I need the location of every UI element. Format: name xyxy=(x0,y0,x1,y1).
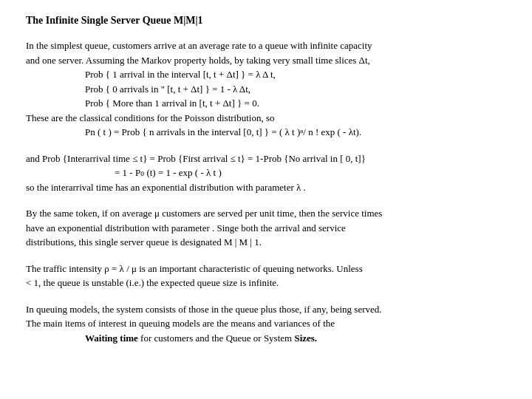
para2-line3: so the interarrival time has an exponent… xyxy=(26,182,306,193)
para5-indent: Waiting time for customers and the Queue… xyxy=(85,331,506,346)
para5-line3-mid: for customers and the Queue or System xyxy=(138,332,295,344)
paragraph-4: The traffic intensity ρ = λ / μ is an im… xyxy=(26,262,506,290)
para1-prob1: Prob { 1 arrival in the interval [t, t +… xyxy=(85,67,506,82)
para3-line1: By the same token, if on average μ custo… xyxy=(26,208,382,219)
title: The Infinite Single Server Queue M|M|1 xyxy=(26,15,506,27)
paragraph-1: In the simplest queue, customers arrive … xyxy=(26,38,506,140)
para4-line1: The traffic intensity ρ = λ / μ is an im… xyxy=(26,263,363,274)
para4-line2: < 1, the queue is unstable (i.e.) the ex… xyxy=(26,277,279,288)
para2-line2: = 1 - P₀ (t) = 1 - exp ( - λ t ) xyxy=(115,166,506,180)
para5-sizes: Sizes. xyxy=(294,332,317,344)
para1-line1: In the simplest queue, customers arrive … xyxy=(26,40,372,51)
para3-line3: distributions, this single server queue … xyxy=(26,236,262,248)
para1-prob3: Prob { More than 1 arrival in [t, t + Δt… xyxy=(85,96,506,111)
para5-line2: The main items of interest in queuing mo… xyxy=(26,318,335,329)
paragraph-5: In queuing models, the system consists o… xyxy=(26,302,506,346)
paragraph-2: and Prob {Interarrival time ≤ t} = Prob … xyxy=(26,151,506,195)
para3-line2: have an exponential distribution with pa… xyxy=(26,222,346,233)
para5-line1: In queuing models, the system consists o… xyxy=(26,304,382,315)
para1-prob2: Prob { 0 arrivals in " [t, t + Δt] } = 1… xyxy=(85,82,506,97)
para5-waiting-time: Waiting time xyxy=(85,332,138,344)
para2-line1: and Prob {Interarrival time ≤ t} = Prob … xyxy=(26,153,366,164)
paragraph-3: By the same token, if on average μ custo… xyxy=(26,206,506,250)
para1-line2: and one server. Assuming the Markov prop… xyxy=(26,55,370,66)
para1-line3: These are the classical conditions for t… xyxy=(26,112,275,123)
para1-pn: Pn ( t ) = Prob { n arrivals in the inte… xyxy=(85,125,506,140)
